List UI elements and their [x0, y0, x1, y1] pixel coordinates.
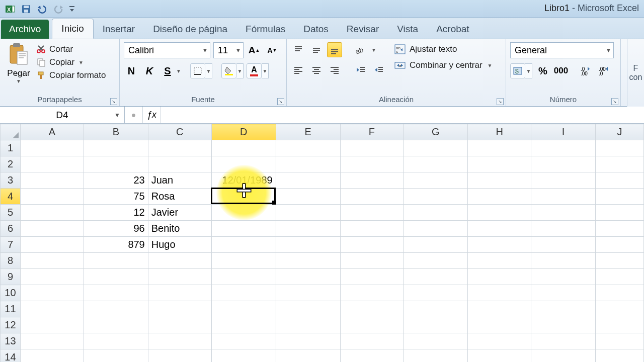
cell-F2[interactable]: [340, 156, 404, 172]
align-left-button[interactable]: [291, 62, 306, 77]
cell-D3[interactable]: 12/01/1989: [211, 172, 276, 189]
font-size-combo[interactable]: 11▼: [213, 42, 244, 58]
cell-J13[interactable]: [596, 333, 644, 349]
cell-A12[interactable]: [20, 317, 84, 333]
cell-E14[interactable]: [276, 349, 340, 363]
cell-H1[interactable]: [468, 140, 531, 156]
cell-A5[interactable]: [20, 205, 84, 221]
cell-C6[interactable]: Benito: [148, 221, 211, 237]
row-header-7[interactable]: 7: [1, 237, 21, 253]
cell-I6[interactable]: [531, 221, 596, 237]
cell-G5[interactable]: [404, 205, 468, 221]
cell-D11[interactable]: [211, 301, 276, 317]
cell-I1[interactable]: [531, 140, 596, 156]
cell-C4[interactable]: Rosa: [148, 189, 211, 205]
col-header-J[interactable]: J: [596, 124, 644, 140]
row-header-9[interactable]: 9: [1, 269, 21, 285]
wrap-text-button[interactable]: abc Ajustar texto: [394, 44, 492, 54]
increase-decimal-button[interactable]: .0.00: [579, 63, 594, 78]
col-header-B[interactable]: B: [84, 124, 148, 140]
redo-button[interactable]: [51, 3, 65, 15]
cell-E6[interactable]: [276, 221, 340, 237]
cell-C5[interactable]: Javier: [148, 205, 211, 221]
cell-B4[interactable]: 75: [84, 189, 148, 205]
cell-D10[interactable]: [211, 285, 276, 301]
cell-I5[interactable]: [531, 205, 596, 221]
cell-B14[interactable]: [84, 349, 148, 363]
cell-A2[interactable]: [20, 156, 84, 172]
cell-J8[interactable]: [596, 253, 644, 269]
cell-I4[interactable]: [531, 189, 596, 205]
align-right-button[interactable]: [327, 62, 342, 77]
cell-G12[interactable]: [404, 317, 468, 333]
cut-button[interactable]: Cortar: [36, 44, 106, 54]
cell-E7[interactable]: [276, 237, 340, 253]
cell-A13[interactable]: [20, 333, 84, 349]
orientation-button[interactable]: ab: [353, 42, 368, 57]
font-name-combo[interactable]: Calibri▼: [124, 42, 210, 58]
copy-button[interactable]: Copiar ▼: [36, 57, 106, 67]
tab-home[interactable]: Inicio: [52, 19, 93, 39]
cell-C3[interactable]: Juan: [148, 172, 211, 189]
alignment-launcher[interactable]: ↘: [497, 98, 504, 105]
cell-F5[interactable]: [340, 205, 404, 221]
accounting-format-button[interactable]: $ ▼: [510, 63, 532, 78]
cell-J9[interactable]: [596, 269, 644, 285]
merge-center-button[interactable]: a Combinar y centrar ▼: [394, 60, 492, 70]
row-header-3[interactable]: 3: [1, 172, 21, 189]
cell-H3[interactable]: [468, 172, 531, 189]
cell-J7[interactable]: [596, 237, 644, 253]
cell-I13[interactable]: [531, 333, 596, 349]
row-header-8[interactable]: 8: [1, 253, 21, 269]
cell-F14[interactable]: [340, 349, 404, 363]
align-center-button[interactable]: [309, 62, 324, 77]
cell-H4[interactable]: [468, 189, 531, 205]
cell-G13[interactable]: [404, 333, 468, 349]
col-header-H[interactable]: H: [468, 124, 531, 140]
cell-C12[interactable]: [148, 317, 211, 333]
undo-button[interactable]: [35, 3, 49, 15]
col-header-D[interactable]: D: [211, 124, 276, 140]
tab-file[interactable]: Archivo: [1, 20, 49, 39]
cancel-formula-button[interactable]: ●: [125, 107, 143, 123]
cell-I11[interactable]: [531, 301, 596, 317]
cell-I2[interactable]: [531, 156, 596, 172]
number-format-combo[interactable]: General▼: [510, 42, 614, 58]
clipboard-launcher[interactable]: ↘: [110, 98, 117, 105]
cell-J11[interactable]: [596, 301, 644, 317]
cell-G8[interactable]: [404, 253, 468, 269]
select-all-corner[interactable]: [1, 124, 21, 140]
cell-I12[interactable]: [531, 317, 596, 333]
cell-I10[interactable]: [531, 285, 596, 301]
row-header-10[interactable]: 10: [1, 285, 21, 301]
cell-G7[interactable]: [404, 237, 468, 253]
cell-E8[interactable]: [276, 253, 340, 269]
cell-I9[interactable]: [531, 269, 596, 285]
comma-style-button[interactable]: 000: [553, 63, 569, 78]
cell-H6[interactable]: [468, 221, 531, 237]
cell-C10[interactable]: [148, 285, 211, 301]
cell-D2[interactable]: [211, 156, 276, 172]
font-launcher[interactable]: ↘: [277, 98, 284, 105]
number-launcher[interactable]: ↘: [611, 98, 618, 105]
cell-A9[interactable]: [20, 269, 84, 285]
cell-H7[interactable]: [468, 237, 531, 253]
cell-A8[interactable]: [20, 253, 84, 269]
qat-customize-button[interactable]: [67, 3, 76, 15]
cell-F11[interactable]: [340, 301, 404, 317]
tab-insert[interactable]: Insertar: [94, 20, 144, 39]
cell-C7[interactable]: Hugo: [148, 237, 211, 253]
cell-G14[interactable]: [404, 349, 468, 363]
cell-G4[interactable]: [404, 189, 468, 205]
row-header-13[interactable]: 13: [1, 333, 21, 349]
cell-B11[interactable]: [84, 301, 148, 317]
cell-E13[interactable]: [276, 333, 340, 349]
cell-G11[interactable]: [404, 301, 468, 317]
row-header-12[interactable]: 12: [1, 317, 21, 333]
cell-B1[interactable]: [84, 140, 148, 156]
cell-A4[interactable]: [20, 189, 84, 205]
shrink-font-button[interactable]: A▼: [265, 43, 280, 58]
bold-button[interactable]: N: [124, 63, 139, 78]
percent-button[interactable]: %: [535, 63, 550, 78]
cell-A7[interactable]: [20, 237, 84, 253]
